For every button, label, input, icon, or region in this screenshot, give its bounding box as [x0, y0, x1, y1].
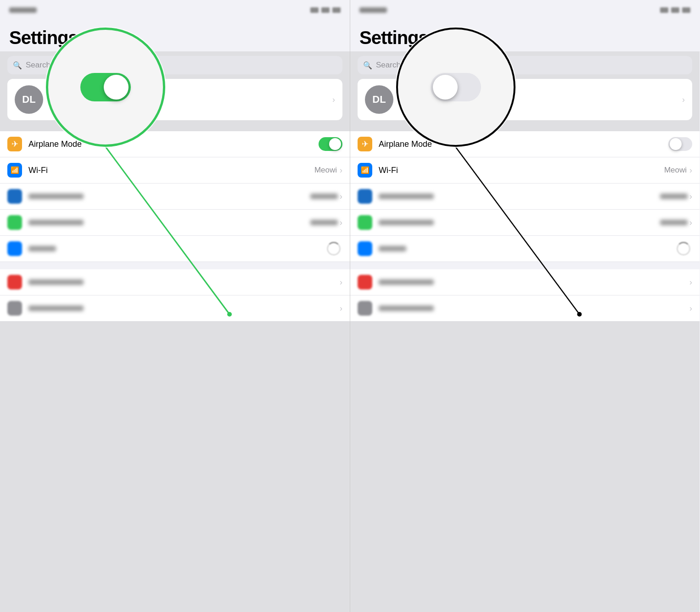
blurred-label-1-right — [379, 194, 434, 199]
gray-icon-right — [358, 301, 372, 316]
blurred-icon-3-right — [358, 241, 372, 256]
red-label-right — [379, 279, 434, 285]
wifi-row-left[interactable]: 📶 Wi-Fi Meowi › — [0, 157, 350, 184]
wifi-status-right — [671, 7, 679, 13]
wifi-value-right: Meowi — [664, 166, 687, 175]
status-bar-left — [0, 0, 350, 20]
wifi-label-right: Wi-Fi — [379, 166, 664, 175]
settings-title-left: Settings — [9, 28, 341, 48]
blurred-icon-2-left — [7, 215, 22, 230]
wifi-value-left: Meowi — [314, 166, 337, 175]
blurred-label-2-left — [28, 220, 84, 225]
gray-label-left — [28, 306, 84, 311]
blurred-row-1-left: › — [0, 184, 350, 210]
blurred-chevron-1-right: › — [689, 192, 692, 201]
signal-left — [310, 7, 319, 13]
search-icon-left: 🔍 — [13, 61, 22, 70]
avatar-left: DL — [15, 85, 43, 114]
blurred-spinner-left — [327, 242, 341, 256]
blurred-label-1-left — [28, 194, 84, 199]
blurred-row-2-left: › — [0, 210, 350, 236]
gray-row-right: › — [350, 295, 700, 321]
gray-label-right — [379, 306, 434, 311]
search-placeholder-right: Search — [376, 61, 401, 70]
wifi-chevron-right: › — [689, 166, 692, 175]
blurred-value-2-right — [660, 220, 688, 225]
time-left — [9, 7, 37, 13]
big-toggle-thumb-left — [104, 75, 129, 100]
left-phone-panel: Settings 🔍 Search DL David Lynch Apple I… — [0, 0, 350, 612]
right-phone-panel: Settings 🔍 Search DL David Lynch Apple I… — [350, 0, 700, 612]
blurred-row-3-right — [350, 236, 700, 262]
settings-title-right: Settings — [359, 28, 690, 48]
gray-chevron-right: › — [689, 304, 692, 313]
blurred-row-1-right: › — [350, 184, 700, 210]
blurred-icon-2-right — [358, 215, 372, 230]
blurred-icon-1-right — [358, 189, 372, 204]
battery-right — [682, 7, 690, 13]
signal-right — [660, 7, 668, 13]
blurred-value-1-left — [310, 194, 338, 199]
time-right — [359, 7, 387, 13]
profile-chevron-left: › — [332, 95, 335, 105]
blurred-label-3-right — [379, 246, 406, 251]
blurred-icon-1-left — [7, 189, 22, 204]
blurred-label-2-right — [379, 220, 434, 225]
airplane-toggle-thumb-right — [670, 138, 682, 150]
blurred-label-3-left — [28, 246, 56, 251]
airplane-toggle-thumb-left — [329, 138, 341, 150]
big-toggle-thumb-right — [433, 75, 458, 100]
big-toggle-right — [431, 73, 481, 101]
blurred-value-1-right — [660, 194, 688, 199]
magnify-circle-left — [46, 28, 165, 147]
settings-header-right: Settings — [350, 20, 700, 51]
settings-header-left: Settings — [0, 20, 350, 51]
big-toggle-left — [80, 73, 131, 101]
gray-chevron-left: › — [340, 304, 342, 313]
red-chevron-left: › — [340, 278, 342, 287]
airplane-row-left[interactable]: ✈ Airplane Mode — [0, 131, 350, 157]
blurred-chevron-2-left: › — [340, 218, 342, 228]
red-icon-right — [358, 275, 372, 289]
airplane-icon-left: ✈ — [7, 137, 22, 151]
blurred-chevron-1-left: › — [340, 192, 342, 201]
blurred-chevron-2-right: › — [689, 218, 692, 228]
wifi-chevron-left: › — [340, 166, 342, 175]
wifi-row-right[interactable]: 📶 Wi-Fi Meowi › — [350, 157, 700, 184]
blurred-row-2-right: › — [350, 210, 700, 236]
airplane-toggle-left[interactable] — [319, 137, 342, 151]
red-chevron-right: › — [689, 278, 692, 287]
red-row-left: › — [0, 269, 350, 295]
profile-chevron-right: › — [682, 95, 685, 105]
red-row-right: › — [350, 269, 700, 295]
wifi-label-left: Wi-Fi — [28, 166, 314, 175]
blurred-row-3-left — [0, 236, 350, 262]
search-placeholder-left: Search — [26, 61, 50, 70]
airplane-label-right: Airplane Mode — [379, 139, 668, 149]
airplane-label-left: Airplane Mode — [28, 139, 319, 149]
blurred-icon-3-left — [7, 241, 22, 256]
airplane-row-right[interactable]: ✈ Airplane Mode — [350, 131, 700, 157]
red-label-left — [28, 279, 84, 285]
search-icon-right: 🔍 — [363, 61, 372, 70]
status-bar-right — [350, 0, 700, 20]
blurred-spinner-right — [677, 242, 690, 256]
avatar-right: DL — [365, 85, 393, 114]
red-icon-left — [7, 275, 22, 289]
wifi-icon-left: 📶 — [7, 163, 22, 178]
gray-row-left: › — [0, 295, 350, 321]
airplane-toggle-right[interactable] — [668, 137, 692, 151]
airplane-icon-right: ✈ — [358, 137, 372, 151]
blurred-value-2-left — [310, 220, 338, 225]
wifi-status-left — [321, 7, 330, 13]
wifi-icon-right: 📶 — [358, 163, 372, 178]
battery-left — [332, 7, 341, 13]
gray-icon-left — [7, 301, 22, 316]
magnify-circle-right — [396, 28, 515, 147]
